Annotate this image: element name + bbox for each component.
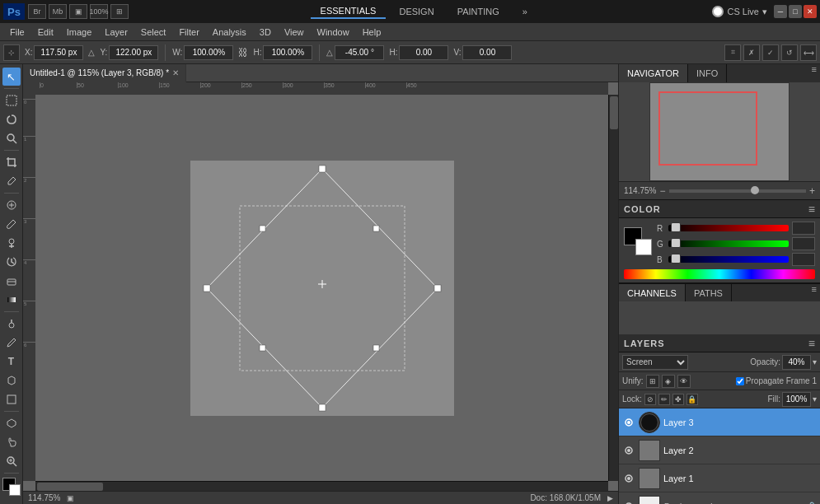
layer-item-3[interactable]: Layer 3	[619, 408, 820, 436]
arrow-right[interactable]: ▶	[607, 494, 613, 502]
unify-visibility-icon[interactable]: 👁	[677, 375, 691, 388]
gradient-tool[interactable]	[2, 291, 21, 309]
h-scroll-thumb[interactable]	[37, 483, 103, 491]
v-scroll-thumb[interactable]	[610, 96, 618, 129]
fill-arrow[interactable]: ▾	[813, 394, 817, 404]
opacity-arrow[interactable]: ▾	[813, 357, 817, 366]
mini-bridge-icon[interactable]: Mb	[49, 4, 67, 19]
layer-item-2[interactable]: Layer 2	[619, 436, 820, 464]
h-skew-input[interactable]	[399, 45, 448, 60]
zoom-thumb[interactable]	[751, 186, 759, 194]
shape-tool[interactable]	[2, 390, 21, 408]
clone-tool[interactable]	[2, 234, 21, 252]
document-tab[interactable]: Untitled-1 @ 115% (Layer 3, RGB/8) * ✕	[23, 64, 186, 82]
y-input[interactable]	[109, 45, 158, 60]
transform-mode-icon[interactable]: ⊹	[3, 44, 20, 61]
history-tool[interactable]	[2, 253, 21, 271]
hand-tool[interactable]	[2, 433, 21, 451]
tab-painting[interactable]: PAINTING	[447, 5, 509, 18]
color-swatches-tool[interactable]	[2, 478, 21, 496]
more-workspaces[interactable]: »	[513, 5, 537, 18]
zoom-out-btn[interactable]: −	[659, 185, 665, 197]
b-thumb[interactable]	[671, 254, 681, 264]
menu-view[interactable]: View	[278, 26, 311, 39]
doc-close[interactable]: ✕	[172, 68, 179, 77]
screen-mode-icon[interactable]: ⊞	[110, 4, 129, 19]
menu-layer[interactable]: Layer	[98, 26, 134, 39]
zoom-fit-icon[interactable]: ▣	[67, 494, 74, 502]
3d-tool[interactable]	[2, 414, 21, 432]
r-value[interactable]: 0	[792, 222, 815, 235]
maximize-button[interactable]: □	[789, 5, 802, 18]
menu-image[interactable]: Image	[60, 26, 99, 39]
fill-input[interactable]	[782, 392, 811, 407]
zoom-tool[interactable]	[2, 452, 21, 470]
v-skew-input[interactable]	[462, 45, 512, 60]
confirm-transform[interactable]: ✓	[762, 44, 779, 61]
tab-essentials[interactable]: ESSENTIALS	[311, 4, 387, 19]
g-slider[interactable]	[668, 240, 789, 247]
lasso-tool[interactable]	[2, 110, 21, 128]
g-thumb[interactable]	[671, 238, 681, 248]
b-value[interactable]: 0	[792, 253, 815, 266]
layer-3-visibility[interactable]	[622, 416, 635, 429]
r-slider[interactable]	[668, 225, 789, 231]
bg-color[interactable]	[9, 484, 21, 496]
layer-2-visibility[interactable]	[622, 444, 635, 457]
opacity-input[interactable]	[782, 355, 811, 370]
lock-paint-icon[interactable]: ✏	[658, 394, 670, 405]
unify-pos-icon[interactable]: ⊞	[646, 375, 659, 388]
h-input[interactable]	[263, 45, 312, 60]
menu-filter[interactable]: Filter	[172, 26, 205, 39]
layer-1-visibility[interactable]	[622, 472, 635, 485]
dodge-tool[interactable]	[2, 315, 21, 333]
close-button[interactable]: ✕	[804, 5, 817, 18]
channels-panel-menu[interactable]: ≡	[808, 284, 820, 301]
menu-file[interactable]: File	[3, 26, 31, 39]
menu-edit[interactable]: Edit	[31, 26, 60, 39]
eyedropper-tool[interactable]	[2, 172, 21, 190]
color-spectrum[interactable]	[624, 269, 815, 279]
color-menu-btn[interactable]: ≡	[808, 203, 815, 216]
lock-all-icon[interactable]: 🔒	[686, 394, 698, 405]
menu-help[interactable]: Help	[356, 26, 388, 39]
warp-icon[interactable]: ⌗	[724, 44, 741, 61]
vertical-scrollbar[interactable]	[608, 95, 618, 481]
cslive-chevron[interactable]: ▾	[762, 7, 767, 17]
zoom-display[interactable]: 100%	[90, 4, 108, 19]
w-input[interactable]	[184, 45, 233, 60]
quick-select-tool[interactable]	[2, 129, 21, 147]
rotate-icon[interactable]: ↺	[781, 44, 798, 61]
horizontal-scrollbar[interactable]	[35, 481, 608, 491]
b-slider[interactable]	[668, 256, 789, 263]
angle-input[interactable]	[335, 45, 384, 60]
blend-mode-select[interactable]: Screen Normal Multiply	[622, 355, 688, 370]
arrange-icon[interactable]: ▣	[69, 4, 87, 19]
nav-view-box[interactable]	[658, 91, 757, 166]
layer-bg-visibility[interactable]	[622, 500, 635, 505]
link-icon[interactable]: ⛓	[238, 47, 248, 58]
propagate-checkbox[interactable]	[736, 377, 744, 385]
nav-panel-menu[interactable]: ≡	[808, 64, 820, 82]
bridge-icon[interactable]: Br	[28, 4, 46, 19]
r-thumb[interactable]	[671, 222, 681, 232]
lock-move-icon[interactable]: ✤	[672, 394, 684, 405]
bg-swatch[interactable]	[635, 239, 652, 255]
pen-tool[interactable]	[2, 334, 21, 352]
marquee-tool[interactable]	[2, 91, 21, 110]
menu-3d[interactable]: 3D	[253, 26, 278, 39]
zoom-in-btn[interactable]: +	[809, 185, 815, 197]
flip-icon[interactable]: ⟷	[800, 44, 817, 61]
move-tool[interactable]: ↖	[2, 68, 21, 86]
minimize-button[interactable]: ─	[774, 5, 787, 18]
g-value[interactable]: 0	[792, 237, 815, 250]
menu-analysis[interactable]: Analysis	[206, 26, 253, 39]
layers-menu-btn[interactable]: ≡	[808, 337, 815, 350]
cslive-area[interactable]: CS Live ▾	[712, 6, 767, 17]
x-input[interactable]	[34, 45, 83, 60]
layer-item-1[interactable]: Layer 1	[619, 464, 820, 492]
layer-item-bg[interactable]: Background 🔒	[619, 492, 820, 504]
tab-navigator[interactable]: NAVIGATOR	[619, 64, 688, 82]
path-select-tool[interactable]	[2, 371, 21, 390]
tab-design[interactable]: DESIGN	[389, 5, 443, 18]
